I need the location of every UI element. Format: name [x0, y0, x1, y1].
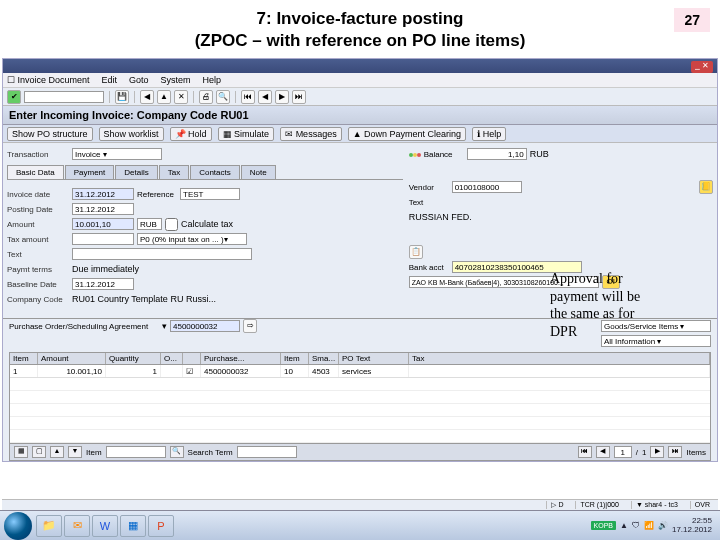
- show-worklist-button[interactable]: Show worklist: [99, 127, 164, 141]
- tab-payment[interactable]: Payment: [65, 165, 115, 179]
- first-page-icon[interactable]: ⏮: [241, 90, 255, 104]
- last-page-icon[interactable]: ⏭: [292, 90, 306, 104]
- col-quantity[interactable]: Quantity: [106, 353, 161, 364]
- pager-current[interactable]: 1: [614, 446, 632, 458]
- vendor-details-icon[interactable]: 📋: [409, 245, 423, 259]
- taskbar-powerpoint-icon[interactable]: P: [148, 515, 174, 537]
- menu-goto[interactable]: Goto: [129, 75, 149, 85]
- header-text-field[interactable]: [72, 248, 252, 260]
- window-close-icon[interactable]: ⎯ ✕: [691, 61, 713, 73]
- currency-field[interactable]: RUB: [137, 218, 162, 230]
- start-button[interactable]: [4, 512, 32, 540]
- simulate-button[interactable]: ▦ Simulate: [218, 127, 275, 141]
- tax-amount-label: Tax amount: [7, 235, 69, 244]
- cancel-icon[interactable]: ✕: [174, 90, 188, 104]
- col-po-text[interactable]: PO Text: [339, 353, 409, 364]
- pager-total: 1: [642, 448, 646, 457]
- tab-note[interactable]: Note: [241, 165, 276, 179]
- annotation-text: Approval for payment will be the same as…: [550, 270, 650, 340]
- po-ref-field[interactable]: 4500000032: [170, 320, 240, 332]
- invoice-date-field[interactable]: 31.12.2012: [72, 188, 134, 200]
- taskbar-sap-icon[interactable]: ▦: [120, 515, 146, 537]
- next-page-icon[interactable]: ▶: [275, 90, 289, 104]
- sort-desc-icon[interactable]: ▼: [68, 446, 82, 458]
- col-sma[interactable]: Sma...: [309, 353, 339, 364]
- last-item-icon[interactable]: ⏭: [668, 446, 682, 458]
- print-icon[interactable]: 🖨: [199, 90, 213, 104]
- transaction-dropdown[interactable]: Invoice ▾: [72, 148, 162, 160]
- deselect-all-icon[interactable]: ▢: [32, 446, 46, 458]
- clock-date[interactable]: 17.12.2012: [672, 526, 712, 535]
- taskbar-outlook-icon[interactable]: ✉: [64, 515, 90, 537]
- tab-tax[interactable]: Tax: [159, 165, 189, 179]
- po-more-icon[interactable]: ⇨: [243, 319, 257, 333]
- tax-code-dropdown[interactable]: P0 (0% input tax on ... )▾: [137, 233, 247, 245]
- tray-volume-icon[interactable]: 🔊: [658, 521, 668, 530]
- taskbar-word-icon[interactable]: W: [92, 515, 118, 537]
- down-payment-button[interactable]: ▲ Down Payment Clearing: [348, 127, 466, 141]
- select-all-icon[interactable]: ▦: [14, 446, 28, 458]
- tab-details[interactable]: Details: [115, 165, 157, 179]
- baseline-date-field[interactable]: 31.12.2012: [72, 278, 134, 290]
- posting-date-label: Posting Date: [7, 205, 69, 214]
- table-row[interactable]: 1 10.001,10 1 ☑ 4500000032 10 4503 servi…: [10, 365, 710, 378]
- tray-flag-icon[interactable]: ▲: [620, 521, 628, 530]
- calculate-tax-checkbox[interactable]: [165, 218, 178, 231]
- col-item[interactable]: Item: [10, 353, 38, 364]
- posting-date-field[interactable]: 31.12.2012: [72, 203, 134, 215]
- vendor-address-icon[interactable]: 📒: [699, 180, 713, 194]
- next-item-icon[interactable]: ▶: [650, 446, 664, 458]
- taskbar-explorer-icon[interactable]: 📁: [36, 515, 62, 537]
- col-order[interactable]: O...: [161, 353, 183, 364]
- tax-amount-field[interactable]: [72, 233, 134, 245]
- prev-item-icon[interactable]: ◀: [596, 446, 610, 458]
- exit-icon[interactable]: ▲: [157, 90, 171, 104]
- sort-asc-icon[interactable]: ▲: [50, 446, 64, 458]
- tab-basic-data[interactable]: Basic Data: [7, 165, 64, 179]
- menu-edit[interactable]: Edit: [102, 75, 118, 85]
- search-term-label: Search Term: [188, 448, 233, 457]
- page-number: 27: [674, 8, 710, 32]
- hold-button[interactable]: 📌 Hold: [170, 127, 212, 141]
- secondary-toolbar: Show PO structure Show worklist 📌 Hold ▦…: [3, 125, 717, 143]
- command-field[interactable]: [24, 91, 104, 103]
- slide-title: 7: Invoice-facture posting (ZPOC – with …: [0, 8, 720, 52]
- reference-field[interactable]: TEST: [180, 188, 240, 200]
- help-button[interactable]: ℹ Help: [472, 127, 506, 141]
- menu-help[interactable]: Help: [203, 75, 222, 85]
- company-code-value: RU01 Country Template RU Russi...: [72, 294, 216, 304]
- menu-system[interactable]: System: [161, 75, 191, 85]
- amount-label: Amount: [7, 220, 69, 229]
- back-icon[interactable]: ◀: [140, 90, 154, 104]
- col-tax[interactable]: Tax: [409, 353, 710, 364]
- sap-status-bar: ▷ D TCR (1)|000 ▼ shar4 - tc3 OVR: [2, 499, 718, 510]
- tab-contacts[interactable]: Contacts: [190, 165, 240, 179]
- status-system: TCR (1)|000: [575, 501, 622, 509]
- menu-invoice-document[interactable]: ☐ Invoice Document: [7, 75, 90, 85]
- vendor-field[interactable]: 0100108000: [452, 181, 522, 193]
- vendor-text-label: Text: [409, 198, 449, 207]
- windows-taskbar: 📁 ✉ W ▦ P KOPB ▲ 🛡 📶 🔊 22:55 17.12.2012: [0, 510, 720, 540]
- tray-network-icon[interactable]: 📶: [644, 521, 654, 530]
- col-purchase[interactable]: Purchase...: [201, 353, 281, 364]
- prev-page-icon[interactable]: ◀: [258, 90, 272, 104]
- messages-button[interactable]: ✉ Messages: [280, 127, 342, 141]
- tray-shield-icon[interactable]: 🛡: [632, 521, 640, 530]
- first-item-icon[interactable]: ⏮: [578, 446, 592, 458]
- save-icon[interactable]: 💾: [115, 90, 129, 104]
- language-indicator[interactable]: KOPB: [591, 521, 616, 530]
- col-po-item[interactable]: Item: [281, 353, 309, 364]
- vendor-label: Vendor: [409, 183, 449, 192]
- grid-find-icon[interactable]: 🔍: [170, 446, 184, 458]
- col-amount[interactable]: Amount: [38, 353, 106, 364]
- col-check[interactable]: [183, 353, 201, 364]
- transaction-label: Transaction: [7, 150, 69, 159]
- search-term-field[interactable]: [237, 446, 297, 458]
- sap-window: ⎯ ✕ ☐ Invoice Document Edit Goto System …: [2, 58, 718, 462]
- grid-position-field[interactable]: [106, 446, 166, 458]
- status-server: ▼ shar4 - tc3: [631, 501, 682, 509]
- enter-icon[interactable]: ✔: [7, 90, 21, 104]
- find-icon[interactable]: 🔍: [216, 90, 230, 104]
- amount-field[interactable]: 10.001,10: [72, 218, 134, 230]
- show-po-button[interactable]: Show PO structure: [7, 127, 93, 141]
